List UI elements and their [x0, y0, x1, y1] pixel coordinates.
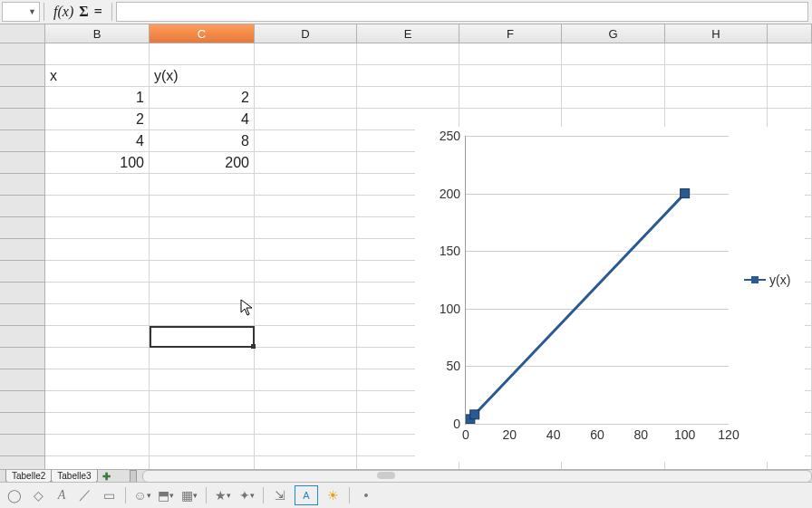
cell[interactable]: 8	[150, 130, 255, 152]
cell[interactable]	[255, 109, 357, 130]
row-header[interactable]	[0, 196, 45, 217]
cell[interactable]	[45, 239, 150, 261]
basic-shapes-icon[interactable]: ⬒	[157, 486, 175, 504]
cell[interactable]	[45, 369, 150, 391]
cell[interactable]	[255, 217, 357, 239]
tab-splitter[interactable]	[130, 470, 137, 483]
row-header[interactable]	[0, 130, 45, 152]
cell[interactable]	[45, 391, 150, 413]
shape-tool-icon[interactable]: ◇	[29, 486, 47, 504]
cell[interactable]: x	[45, 65, 150, 87]
cell[interactable]	[255, 435, 357, 456]
column-header-end[interactable]	[768, 24, 812, 43]
cell[interactable]	[150, 43, 255, 65]
cell[interactable]	[45, 348, 150, 369]
cell[interactable]	[45, 217, 150, 239]
cell[interactable]	[45, 261, 150, 283]
cell[interactable]	[150, 174, 255, 196]
cell[interactable]: y(x)	[150, 65, 255, 87]
cell[interactable]	[150, 413, 255, 435]
row-header[interactable]	[0, 413, 45, 435]
cell[interactable]	[665, 87, 768, 109]
cell[interactable]	[562, 87, 665, 109]
cell[interactable]: 100	[45, 152, 150, 174]
equals-icon[interactable]: =	[94, 4, 102, 20]
row-header[interactable]	[0, 435, 45, 456]
star-tool-icon[interactable]: ★	[214, 486, 232, 504]
cell[interactable]	[255, 174, 357, 196]
column-header-H[interactable]: H	[665, 24, 768, 43]
chart-object[interactable]: 050100150200250020406080100120y(x)	[415, 127, 805, 462]
sum-icon[interactable]: Σ	[79, 4, 88, 20]
cell[interactable]	[150, 239, 255, 261]
cell[interactable]	[255, 283, 357, 304]
column-header-F[interactable]: F	[459, 24, 562, 43]
cell[interactable]	[150, 326, 255, 348]
cell[interactable]	[459, 65, 562, 87]
cell[interactable]	[255, 369, 357, 391]
cell[interactable]	[768, 87, 812, 109]
cell[interactable]	[255, 87, 357, 109]
cell[interactable]: 2	[150, 87, 255, 109]
line-tool-icon[interactable]: ／	[76, 486, 94, 504]
formula-input[interactable]	[116, 2, 808, 22]
cell[interactable]	[255, 304, 357, 326]
cell[interactable]: 200	[150, 152, 255, 174]
column-header-G[interactable]: G	[562, 24, 665, 43]
row-header[interactable]	[0, 239, 45, 261]
cell[interactable]	[255, 196, 357, 217]
cell[interactable]	[255, 413, 357, 435]
ellipse-tool-icon[interactable]: ◯	[5, 486, 24, 504]
smiley-tool-icon[interactable]: ☺	[133, 486, 151, 504]
cell[interactable]	[150, 435, 255, 456]
flowchart-tool-icon[interactable]: ⇲	[271, 486, 289, 504]
points-tool-icon[interactable]: •	[357, 486, 375, 504]
text-tool-icon[interactable]: A	[53, 486, 71, 504]
fill-handle[interactable]	[251, 344, 256, 349]
cell[interactable]	[255, 326, 357, 348]
cell[interactable]	[150, 196, 255, 217]
row-header[interactable]	[0, 174, 45, 196]
cell[interactable]	[255, 43, 357, 65]
column-header-E[interactable]: E	[357, 24, 459, 43]
sheet-tab[interactable]: Tabelle2	[5, 470, 52, 483]
row-header[interactable]	[0, 369, 45, 391]
cell[interactable]	[665, 65, 768, 87]
fontwork-icon[interactable]: A	[295, 485, 318, 505]
horizontal-scrollbar[interactable]	[142, 470, 812, 483]
cell[interactable]	[255, 348, 357, 369]
cell[interactable]	[150, 391, 255, 413]
row-header[interactable]	[0, 152, 45, 174]
cell[interactable]	[150, 369, 255, 391]
cell[interactable]	[562, 65, 665, 87]
cell[interactable]	[45, 174, 150, 196]
cell[interactable]	[255, 261, 357, 283]
spreadsheet-grid[interactable]: xy(x)122448100200 0501001502002500204060…	[0, 43, 812, 472]
cell[interactable]	[150, 261, 255, 283]
sheet-tab[interactable]: Tabelle3	[51, 470, 97, 483]
cell[interactable]	[459, 43, 562, 65]
scrollbar-thumb[interactable]	[377, 472, 395, 479]
cell[interactable]: 4	[150, 109, 255, 130]
cell[interactable]	[357, 43, 459, 65]
row-header[interactable]	[0, 109, 45, 130]
row-header[interactable]	[0, 87, 45, 109]
cell[interactable]	[45, 283, 150, 304]
cell[interactable]	[255, 65, 357, 87]
symbol-shapes-icon[interactable]: ▦	[180, 486, 198, 504]
cell[interactable]	[150, 217, 255, 239]
row-header[interactable]	[0, 348, 45, 369]
cell[interactable]	[45, 43, 150, 65]
row-header[interactable]	[0, 391, 45, 413]
cell[interactable]	[45, 435, 150, 456]
function-wizard-icon[interactable]: f(x)	[53, 4, 73, 20]
cell[interactable]: 1	[45, 87, 150, 109]
row-header[interactable]	[0, 43, 45, 65]
cell[interactable]	[255, 152, 357, 174]
row-header[interactable]	[0, 261, 45, 283]
row-header[interactable]	[0, 65, 45, 87]
row-header[interactable]	[0, 326, 45, 348]
cell[interactable]	[255, 239, 357, 261]
cell[interactable]	[255, 130, 357, 152]
column-header-B[interactable]: B	[45, 24, 150, 43]
